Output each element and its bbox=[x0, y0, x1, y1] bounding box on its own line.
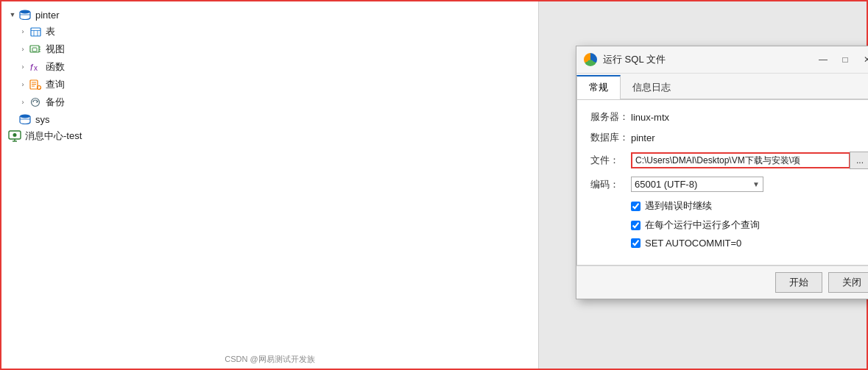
minimize-button[interactable]: — bbox=[814, 52, 833, 67]
svg-text:x: x bbox=[34, 64, 38, 72]
sidebar: ▼ pinter › bbox=[1, 1, 539, 369]
svg-point-23 bbox=[13, 133, 17, 137]
query-icon bbox=[28, 79, 43, 90]
encoding-row: 编码： 65001 (UTF-8) ▼ bbox=[590, 177, 868, 192]
checkbox-autocommit-label[interactable]: SET AUTOCOMMIT=0 bbox=[645, 238, 741, 249]
sidebar-item-msg[interactable]: 消息中心-test bbox=[1, 127, 538, 145]
close-button[interactable]: ✕ bbox=[858, 52, 868, 67]
server-label: 服务器： bbox=[590, 110, 631, 124]
pinter-arrow: ▼ bbox=[7, 10, 18, 20]
view-arrow: › bbox=[18, 44, 28, 54]
query-arrow: › bbox=[18, 79, 28, 90]
view-label: 视图 bbox=[46, 43, 65, 56]
dialog-controls: — □ ✕ bbox=[814, 52, 868, 67]
server-row: 服务器： linux-mtx bbox=[590, 110, 868, 124]
sidebar-item-view[interactable]: › 视图 bbox=[1, 40, 538, 58]
sql-run-icon bbox=[584, 53, 597, 66]
dialog-window: 运行 SQL 文件 — □ ✕ 常规 信息日志 bbox=[576, 46, 868, 299]
backup-arrow: › bbox=[18, 97, 28, 107]
msg-icon bbox=[7, 130, 22, 142]
checkbox-row-2: 在每个运行中运行多个查询 bbox=[590, 218, 868, 232]
checkbox-multi-query[interactable] bbox=[631, 221, 641, 230]
svg-point-0 bbox=[20, 10, 30, 14]
db-row: 数据库： pinter bbox=[590, 131, 868, 144]
svg-line-18 bbox=[40, 88, 40, 89]
sidebar-item-func[interactable]: › f x 函数 bbox=[1, 58, 538, 76]
sys-db-icon bbox=[18, 113, 32, 125]
restore-button[interactable]: □ bbox=[836, 52, 855, 67]
tab-normal[interactable]: 常规 bbox=[576, 75, 621, 99]
db-value: pinter bbox=[631, 132, 655, 143]
file-label: 文件： bbox=[590, 154, 631, 167]
start-button[interactable]: 开始 bbox=[775, 272, 822, 293]
table-arrow: › bbox=[18, 26, 28, 37]
backup-label: 备份 bbox=[46, 96, 65, 109]
table-icon bbox=[28, 26, 43, 38]
chevron-down-icon: ▼ bbox=[752, 180, 760, 188]
pinter-label: pinter bbox=[35, 10, 60, 21]
msg-label: 消息中心-test bbox=[25, 129, 82, 143]
dialog-close-button[interactable]: 关闭 bbox=[828, 272, 868, 293]
svg-point-20 bbox=[20, 115, 30, 118]
sys-label: sys bbox=[35, 114, 50, 125]
file-input-wrap: ... bbox=[631, 152, 868, 169]
sidebar-item-table[interactable]: › 表 bbox=[1, 23, 538, 40]
encoding-value: 65001 (UTF-8) bbox=[635, 179, 697, 190]
pinter-group: ▼ pinter › bbox=[1, 7, 538, 111]
main-container: ▼ pinter › bbox=[0, 0, 868, 370]
right-panel: 运行 SQL 文件 — □ ✕ 常规 信息日志 bbox=[539, 1, 867, 369]
file-input[interactable] bbox=[631, 152, 850, 168]
query-label: 查询 bbox=[46, 78, 65, 91]
checkbox-autocommit[interactable] bbox=[631, 238, 641, 248]
svg-rect-2 bbox=[31, 28, 40, 36]
dialog-title: 运行 SQL 文件 bbox=[603, 53, 814, 66]
tab-log[interactable]: 信息日志 bbox=[621, 75, 682, 99]
sidebar-item-query[interactable]: › 查询 bbox=[1, 76, 538, 93]
encoding-select[interactable]: 65001 (UTF-8) ▼ bbox=[631, 177, 763, 192]
db-label: 数据库： bbox=[590, 131, 631, 144]
dialog-footer: 开始 关闭 bbox=[576, 266, 868, 299]
func-icon: f x bbox=[28, 61, 43, 73]
dialog-tabs: 常规 信息日志 bbox=[576, 74, 868, 99]
sidebar-item-backup[interactable]: › 备份 bbox=[1, 93, 538, 111]
svg-point-19 bbox=[32, 99, 40, 107]
checkbox-multi-query-label[interactable]: 在每个运行中运行多个查询 bbox=[645, 218, 760, 232]
svg-rect-7 bbox=[32, 48, 37, 51]
checkbox-error-continue-label[interactable]: 遇到错误时继续 bbox=[645, 199, 712, 213]
sidebar-item-pinter[interactable]: ▼ pinter bbox=[1, 7, 538, 23]
db-icon bbox=[18, 9, 32, 21]
func-label: 函数 bbox=[46, 60, 65, 74]
dialog-titlebar[interactable]: 运行 SQL 文件 — □ ✕ bbox=[576, 46, 868, 74]
encoding-label: 编码： bbox=[590, 178, 631, 191]
checkbox-row-1: 遇到错误时继续 bbox=[590, 199, 868, 213]
file-browse-button[interactable]: ... bbox=[850, 152, 868, 169]
backup-icon bbox=[28, 96, 43, 108]
watermark: CSDN @网易测试开发族 bbox=[225, 354, 314, 365]
file-row: 文件： ... bbox=[590, 152, 868, 169]
sidebar-item-sys[interactable]: sys bbox=[1, 111, 538, 127]
table-label: 表 bbox=[46, 25, 55, 38]
view-icon bbox=[28, 43, 43, 55]
checkbox-row-3: SET AUTOCOMMIT=0 bbox=[590, 238, 868, 249]
checkbox-error-continue[interactable] bbox=[631, 202, 641, 211]
dialog-content: 服务器： linux-mtx 数据库： pinter 文件： ... bbox=[576, 99, 868, 266]
func-arrow: › bbox=[18, 62, 28, 72]
server-value: linux-mtx bbox=[631, 112, 669, 123]
